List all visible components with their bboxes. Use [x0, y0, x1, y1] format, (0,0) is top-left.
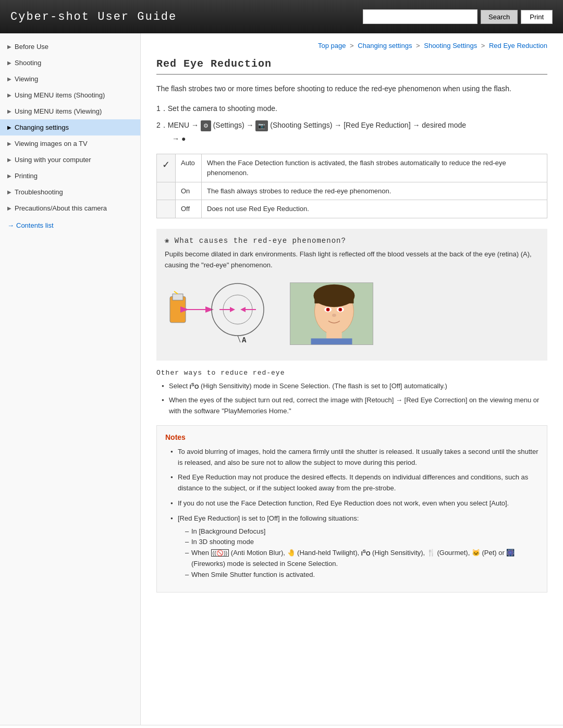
page-title: Red Eye Reduction: [156, 58, 547, 75]
fireworks-icon: 🎆: [506, 549, 515, 557]
breadcrumb-sep: >: [481, 42, 485, 50]
sidebar-label: Precautions/About this camera: [15, 204, 107, 212]
search-input[interactable]: [363, 9, 478, 24]
other-ways-title: Other ways to reduce red-eye: [156, 369, 547, 377]
sidebar-item-before-use[interactable]: ▶ Before Use: [0, 39, 140, 55]
svg-line-2: [174, 291, 178, 294]
sidebar-item-viewing-tv[interactable]: ▶ Viewing images on a TV: [0, 135, 140, 152]
sidebar-label: Printing: [15, 172, 38, 180]
step-2-text: 2．MENU → ⚙ (Settings) → 📷 (Shooting Sett…: [156, 121, 466, 129]
arrow-icon: ▶: [7, 141, 11, 146]
svg-point-22: [339, 309, 341, 311]
sidebar: ▶ Before Use ▶ Shooting ▶ Viewing ▶ Usin…: [0, 33, 141, 725]
notes-list: To avoid blurring of images, hold the ca…: [165, 447, 538, 581]
footer: ▲ Back to top: [0, 725, 563, 728]
sidebar-label: Viewing images on a TV: [15, 140, 88, 147]
child-photo: [290, 282, 373, 345]
table-mode-auto: Auto: [176, 154, 202, 182]
sidebar-label: Using MENU items (Shooting): [15, 91, 105, 99]
sub-notes-item: In 3D shooting mode: [185, 537, 538, 548]
step-1-text: 1．Set the camera to shooting mode.: [156, 104, 277, 113]
other-ways-list: Select ISO (High Sensitivity) mode in Sc…: [156, 381, 547, 416]
svg-rect-25: [311, 339, 352, 345]
contents-list-label: Contents list: [16, 221, 54, 229]
print-button[interactable]: Print: [521, 10, 553, 24]
sidebar-item-viewing[interactable]: ▶ Viewing: [0, 71, 140, 87]
table-desc-off: Does not use Red Eye Reduction.: [202, 200, 547, 218]
breadcrumb-sep: >: [416, 42, 420, 50]
header: Cyber-shot User Guide Search Print: [0, 0, 563, 33]
notes-item: To avoid blurring of images, hold the ca…: [170, 447, 538, 468]
sidebar-item-using-menu-viewing[interactable]: ▶ Using MENU items (Viewing): [0, 103, 140, 119]
checkmark-icon: ✓: [162, 159, 170, 170]
content-area: Top page > Changing settings > Shooting …: [141, 33, 563, 725]
svg-marker-10: [230, 307, 235, 312]
breadcrumb-changing[interactable]: Changing settings: [358, 42, 412, 50]
main-layout: ▶ Before Use ▶ Shooting ▶ Viewing ▶ Usin…: [0, 33, 563, 725]
step-2: 2．MENU → ⚙ (Settings) → 📷 (Shooting Sett…: [156, 119, 547, 145]
sidebar-item-precautions[interactable]: ▶ Precautions/About this camera: [0, 200, 140, 216]
list-item: When the eyes of the subject turn out re…: [162, 395, 547, 417]
search-button[interactable]: Search: [481, 10, 518, 24]
iso-icon: ISO: [190, 384, 199, 390]
arrow-icon: ▶: [7, 205, 11, 211]
sub-notes-item: When ((🚫)) (Anti Motion Blur), 🤚 (Hand-h…: [185, 548, 538, 570]
svg-rect-1: [173, 294, 183, 300]
table-icon-cell: [157, 200, 176, 218]
sidebar-label: Changing settings: [15, 124, 69, 131]
notes-section: Notes To avoid blurring of images, hold …: [156, 425, 547, 593]
svg-rect-16: [314, 296, 353, 304]
intro-text: The flash strobes two or more times befo…: [156, 83, 547, 94]
other-ways-section: Other ways to reduce red-eye Select ISO …: [156, 369, 547, 416]
svg-marker-12: [240, 307, 246, 312]
arrow-icon: ▶: [7, 173, 11, 179]
steps: 1．Set the camera to shooting mode. 2．MEN…: [156, 103, 547, 145]
twilight-icon: 🤚: [287, 549, 296, 557]
sub-notes-item: When Smile Shutter function is activated…: [185, 570, 538, 581]
table-icon-cell: [157, 182, 176, 200]
sidebar-item-using-menu-shooting[interactable]: ▶ Using MENU items (Shooting): [0, 87, 140, 103]
photo-illustration: [290, 282, 373, 345]
sidebar-label: Using MENU items (Viewing): [15, 107, 102, 115]
table-mode-off: Off: [176, 200, 202, 218]
header-controls: Search Print: [363, 9, 553, 24]
table-mode-on: On: [176, 182, 202, 200]
sidebar-label: Viewing: [15, 75, 38, 83]
camera-icon: 📷: [255, 120, 268, 131]
sidebar-item-using-computer[interactable]: ▶ Using with your computer: [0, 152, 140, 168]
settings-table: ✓ Auto When the Face Detection function …: [156, 154, 547, 218]
list-item: Select ISO (High Sensitivity) mode in Sc…: [162, 381, 547, 392]
arrow-icon: ▶: [7, 60, 11, 66]
sub-notes-item: In [Background Defocus]: [185, 526, 538, 537]
site-title: Cyber-shot User Guide: [10, 10, 177, 23]
table-row: On The flash always strobes to reduce th…: [157, 182, 547, 200]
notes-item: Red Eye Reduction may not produce the de…: [170, 472, 538, 494]
breadcrumb-shooting-settings[interactable]: Shooting Settings: [424, 42, 477, 50]
arrow-icon: ▶: [7, 157, 11, 163]
notes-title: Notes: [165, 433, 538, 441]
arrow-icon: ▶: [7, 76, 11, 82]
tips-title: ❀ What causes the red-eye phenomenon?: [165, 236, 539, 245]
breadcrumb-top[interactable]: Top page: [318, 42, 346, 50]
eye-diagram: A: [165, 276, 279, 343]
table-row: ✓ Auto When the Face Detection function …: [157, 154, 547, 182]
arrow-icon: ▶: [7, 44, 11, 50]
notes-item: [Red Eye Reduction] is set to [Off] in t…: [170, 513, 538, 581]
svg-point-23: [332, 314, 336, 317]
gourmet-icon: 🍴: [427, 549, 435, 557]
image-area: A: [165, 276, 539, 345]
sidebar-item-printing[interactable]: ▶ Printing: [0, 168, 140, 184]
sidebar-label: Shooting: [15, 59, 41, 67]
sidebar-item-troubleshooting[interactable]: ▶ Troubleshooting: [0, 184, 140, 200]
table-row: Off Does not use Red Eye Reduction.: [157, 200, 547, 218]
tips-body: Pupils become dilated in dark environmen…: [165, 249, 539, 271]
breadcrumb: Top page > Changing settings > Shooting …: [156, 42, 547, 50]
arrow-icon: ▶: [7, 125, 11, 130]
sidebar-item-shooting[interactable]: ▶ Shooting: [0, 55, 140, 71]
contents-list-link[interactable]: → Contents list: [0, 216, 140, 235]
sidebar-item-changing-settings[interactable]: ▶ Changing settings: [0, 119, 140, 135]
sidebar-label: Using with your computer: [15, 156, 91, 164]
settings-icon: ⚙: [201, 120, 211, 131]
arrow-right-icon: →: [7, 221, 14, 229]
sidebar-label: Before Use: [15, 43, 48, 51]
